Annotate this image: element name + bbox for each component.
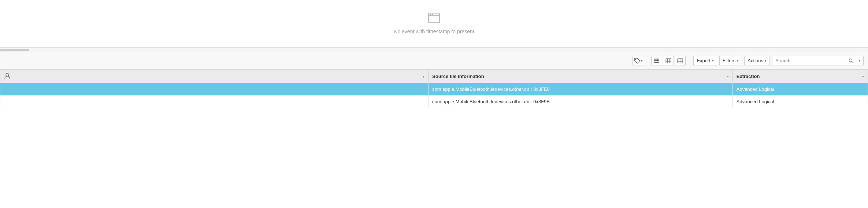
export-label: Export	[697, 58, 711, 63]
columns-icon-3-button[interactable]	[675, 56, 686, 66]
empty-rows	[0, 108, 868, 181]
table-header-row: ▾ Source file information ▾ Extraction ▾	[0, 70, 868, 83]
svg-rect-7	[654, 62, 659, 63]
data-table: ▾ Source file information ▾ Extraction ▾	[0, 70, 868, 108]
search-input[interactable]	[772, 56, 846, 66]
column-header-source: Source file information ▾	[429, 70, 733, 83]
search-container: ▾	[772, 56, 864, 66]
cell-first	[0, 83, 429, 96]
svg-point-19	[849, 59, 852, 62]
filters-button[interactable]: Filters ▾	[719, 56, 742, 66]
table-row[interactable]: com.apple.MobileBluetooth.ledevices.othe…	[0, 96, 868, 108]
source-header-label: Source file information	[432, 74, 484, 79]
actions-dropdown-arrow: ▾	[765, 59, 767, 63]
actions-button[interactable]: Actions ▾	[744, 56, 770, 66]
person-icon	[4, 73, 11, 81]
columns-icon-1-button[interactable]	[651, 56, 662, 66]
table-container: ▾ Source file information ▾ Extraction ▾	[0, 70, 868, 208]
svg-rect-2	[430, 14, 431, 15]
actions-label: Actions	[748, 58, 763, 63]
svg-rect-10	[666, 59, 671, 63]
separator-1	[648, 56, 648, 65]
tag-icon-button[interactable]: ▾	[633, 56, 644, 66]
extraction-header-label: Extraction	[737, 74, 760, 79]
columns-icon-2-button[interactable]	[663, 56, 674, 66]
filters-dropdown-arrow: ▾	[737, 59, 739, 63]
horizontal-scrollbar[interactable]	[0, 48, 868, 52]
svg-line-20	[852, 61, 853, 63]
col-first-arrow[interactable]: ▾	[423, 75, 424, 78]
svg-rect-5	[654, 59, 659, 60]
col-extraction-arrow[interactable]: ▾	[862, 75, 864, 78]
empty-state-icon	[428, 13, 440, 26]
search-button[interactable]	[846, 56, 856, 66]
cell-extraction: Advanced Logical	[732, 96, 868, 108]
column-controls	[651, 56, 686, 66]
svg-rect-3	[432, 14, 433, 15]
cell-source: com.apple.MobileBluetooth.ledevices.othe…	[429, 83, 733, 96]
filters-label: Filters	[723, 58, 735, 63]
tag-dropdown-arrow[interactable]: ▾	[641, 59, 643, 63]
svg-point-21	[6, 73, 9, 76]
empty-state-text: No event with timestamp to present	[394, 29, 474, 34]
cell-source: com.apple.MobileBluetooth.ledevices.othe…	[429, 96, 733, 108]
svg-point-4	[635, 59, 636, 60]
col-source-arrow[interactable]: ▾	[727, 75, 729, 78]
cell-extraction: Advanced Logical	[732, 83, 868, 96]
export-button[interactable]: Export ▾	[693, 56, 717, 66]
table-row[interactable]: com.apple.MobileBluetooth.ledevices.othe…	[0, 83, 868, 96]
column-header-first: ▾	[0, 70, 429, 83]
toolbar: ▾	[0, 52, 868, 70]
top-panel: No event with timestamp to present	[0, 0, 868, 48]
column-header-extraction: Extraction ▾	[732, 70, 868, 83]
main-content: No event with timestamp to present ▾	[0, 0, 868, 208]
svg-rect-6	[654, 60, 659, 61]
separator-2	[690, 56, 690, 65]
cell-first	[0, 96, 429, 108]
export-dropdown-arrow: ▾	[712, 59, 714, 63]
search-options-button[interactable]: ▾	[856, 56, 863, 66]
